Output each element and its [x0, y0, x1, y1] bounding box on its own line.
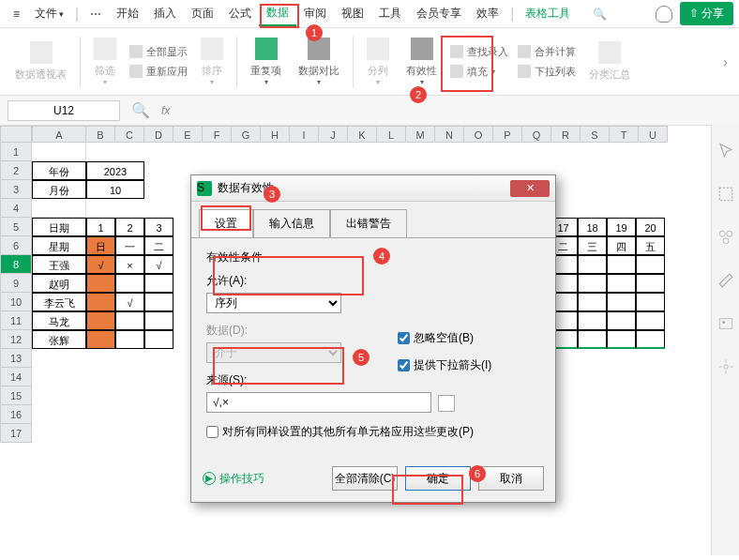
allow-label: 允许(A):: [206, 273, 540, 289]
col-E[interactable]: E: [173, 126, 203, 143]
validity-section-label: 有效性条件: [206, 250, 540, 265]
file-menu[interactable]: 文件 ▾: [27, 2, 71, 25]
allow-select[interactable]: 序列: [206, 293, 341, 313]
menu-review[interactable]: 审阅: [296, 2, 334, 25]
svg-point-3: [723, 238, 729, 244]
ribbon-filter-sub: 全部显示 重新应用: [126, 43, 191, 81]
ribbon-validity[interactable]: 有效性▾: [399, 34, 445, 90]
ribbon-compare[interactable]: 数据对比▾: [291, 34, 347, 90]
menu-insert[interactable]: 插入: [146, 2, 184, 25]
source-input[interactable]: [206, 392, 431, 413]
ribbon-sort[interactable]: 排序▾: [193, 34, 231, 90]
ribbon-filter[interactable]: 筛选 ▾: [86, 34, 124, 90]
ribbon-split[interactable]: 分列▾: [359, 34, 397, 90]
ignore-blank-checkbox[interactable]: [398, 332, 410, 344]
ribbon-dropdown-list[interactable]: 下拉列表: [514, 63, 580, 81]
cursor-icon[interactable]: [717, 143, 734, 159]
menu-view[interactable]: 视图: [334, 2, 371, 25]
ribbon-consolidate[interactable]: 合并计算: [514, 43, 580, 61]
apply-all-checkbox[interactable]: [206, 426, 219, 438]
col-N[interactable]: N: [435, 126, 464, 143]
tab-settings[interactable]: 设置: [199, 209, 253, 238]
settings-icon[interactable]: [717, 358, 734, 375]
col-R[interactable]: R: [551, 126, 581, 143]
ribbon-showall[interactable]: 全部显示: [126, 43, 191, 61]
right-sidebar: [711, 124, 739, 555]
ok-button[interactable]: 确定: [405, 466, 471, 491]
col-C[interactable]: C: [115, 126, 144, 143]
ribbon-pivot[interactable]: 数据透视表: [8, 38, 74, 85]
svg-rect-0: [719, 188, 732, 201]
menubar: ≡ 文件 ▾ | ⋯ 开始 插入 页面 公式 数据 审阅 视图 工具 会员专享 …: [0, 0, 739, 28]
cell-month-label[interactable]: 月份: [32, 180, 86, 199]
table-tools[interactable]: 表格工具: [518, 2, 578, 25]
col-H[interactable]: H: [261, 126, 290, 143]
range-picker-icon[interactable]: [438, 395, 455, 412]
col-S[interactable]: S: [581, 126, 610, 143]
ribbon-subtotal[interactable]: 分类汇总: [581, 38, 638, 85]
col-L[interactable]: L: [377, 126, 406, 143]
tab-error-alert[interactable]: 出错警告: [330, 209, 407, 238]
ribbon-find-input[interactable]: 查找录入: [446, 43, 512, 61]
ribbon-reapply[interactable]: 重新应用: [126, 63, 191, 81]
cell-year-value[interactable]: 2023: [86, 161, 144, 180]
col-D[interactable]: D: [144, 126, 173, 143]
cell-year-label[interactable]: 年份: [32, 161, 86, 180]
search-icon[interactable]: 🔍: [131, 101, 150, 119]
menu-page[interactable]: 页面: [184, 2, 221, 25]
col-U[interactable]: U: [639, 126, 668, 143]
column-headers: A B C D E F G H I J K L M N O P Q R S T …: [32, 126, 739, 143]
menu-eff[interactable]: 效率: [469, 2, 506, 25]
row-head[interactable]: 1: [0, 143, 32, 161]
col-O[interactable]: O: [464, 126, 493, 143]
col-P[interactable]: P: [493, 126, 522, 143]
separator: |: [75, 6, 79, 23]
cell-reference-input[interactable]: [8, 100, 120, 121]
close-button[interactable]: ✕: [510, 180, 550, 197]
share-button[interactable]: ⇧ 分享: [680, 2, 733, 25]
col-A[interactable]: A: [32, 126, 86, 143]
menu-start[interactable]: 开始: [109, 2, 146, 25]
dialog-title: 数据有效性: [218, 180, 274, 196]
cloud-icon[interactable]: [656, 6, 672, 23]
cancel-button[interactable]: 取消: [478, 466, 544, 491]
menu-member[interactable]: 会员专享: [409, 2, 469, 25]
col-F[interactable]: F: [203, 126, 232, 143]
image-icon[interactable]: [717, 315, 734, 332]
svg-point-1: [719, 231, 725, 236]
col-G[interactable]: G: [232, 126, 261, 143]
styles-icon[interactable]: [717, 229, 734, 246]
select-all-corner[interactable]: [0, 126, 32, 143]
formula-bar: 🔍 fx: [0, 96, 739, 126]
dropdown-arrow-checkbox[interactable]: [398, 359, 410, 371]
col-Q[interactable]: Q: [522, 126, 551, 143]
app-icon: S: [197, 181, 212, 196]
col-K[interactable]: K: [348, 126, 377, 143]
ribbon: 数据透视表 筛选 ▾ 全部显示 重新应用 排序▾ 重复项▾ 数据对比▾ 分列▾ …: [0, 28, 739, 96]
hamburger-icon[interactable]: ≡: [6, 4, 27, 24]
ribbon-expand-icon[interactable]: ›: [719, 51, 731, 73]
menu-formula[interactable]: 公式: [221, 2, 259, 25]
search-icon[interactable]: 🔍: [585, 4, 614, 24]
menu-data[interactable]: 数据: [259, 1, 296, 26]
data-select: 介于: [206, 342, 341, 363]
ruler-icon[interactable]: [717, 272, 734, 289]
col-J[interactable]: J: [319, 126, 348, 143]
dialog-titlebar[interactable]: S 数据有效性 ✕: [191, 175, 555, 202]
formula-input[interactable]: [181, 100, 731, 121]
col-T[interactable]: T: [610, 126, 639, 143]
col-M[interactable]: M: [406, 126, 435, 143]
more-icon[interactable]: ⋯: [83, 4, 109, 24]
menu-tools[interactable]: 工具: [371, 2, 409, 25]
select-icon[interactable]: [717, 186, 734, 203]
cell-month-value[interactable]: 10: [86, 180, 144, 199]
tips-link[interactable]: ▶操作技巧: [203, 471, 264, 487]
tab-input-msg[interactable]: 输入信息: [253, 209, 330, 238]
dialog-body: 有效性条件 允许(A): 序列 数据(D): 介于 来源(S): 忽略空值(B)…: [191, 237, 555, 466]
ribbon-duplicates[interactable]: 重复项▾: [243, 34, 289, 90]
ribbon-fill[interactable]: 填充▾: [446, 63, 512, 81]
fx-label[interactable]: fx: [161, 104, 170, 117]
col-I[interactable]: I: [290, 126, 319, 143]
col-B[interactable]: B: [86, 126, 115, 143]
clear-all-button[interactable]: 全部清除(C): [332, 466, 398, 491]
